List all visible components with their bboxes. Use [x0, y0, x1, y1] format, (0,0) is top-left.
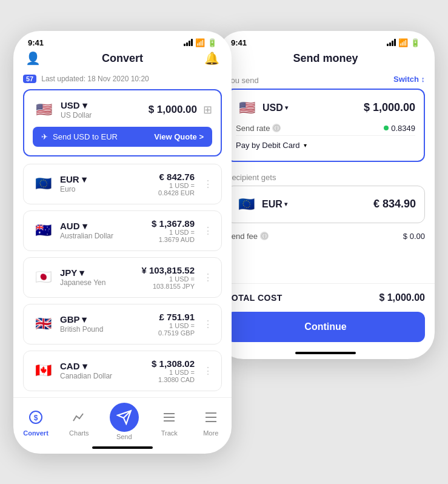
to-amount: € 834.90: [373, 198, 416, 210]
charts-icon: [72, 410, 86, 425]
eur-info: 🇪🇺 EUR ▾ Euro: [32, 173, 87, 195]
send-rate-row: Send rate ⓘ 0.8349: [236, 119, 415, 135]
charts-icon-wrap: [68, 406, 90, 428]
notification-icon[interactable]: 🔔: [204, 51, 219, 66]
gbp-amount: £ 751.91: [158, 312, 195, 322]
list-item[interactable]: 🇪🇺 EUR ▾ Euro € 842.76 1 USD =0.8428 EUR…: [23, 164, 222, 204]
svg-text:$: $: [34, 414, 38, 422]
jpy-amount: ¥ 103,815.52: [141, 265, 195, 275]
jpy-name-block: JPY ▾ Japanese Yen: [60, 267, 105, 287]
gbp-full-name: British Pound: [60, 325, 103, 334]
send-from-card: 🇺🇸 USD ▾ $ 1,000.00 Send rate ⓘ 0.83: [226, 89, 425, 162]
aud-dots-icon[interactable]: ⋮: [203, 225, 213, 237]
usd-chevron: ▾: [285, 104, 288, 111]
right-phone: 9:41 📶 🔋 Send money You send Switch ↕: [216, 31, 435, 359]
eur-rate: 1 USD =0.8428 EUR: [158, 182, 195, 197]
wifi-icon-right: 📶: [398, 38, 408, 47]
battery-icon: 🔋: [207, 38, 217, 47]
tab-more[interactable]: More: [200, 406, 222, 437]
eur-chevron: ▾: [284, 201, 287, 207]
aud-code[interactable]: AUD ▾: [60, 221, 113, 232]
eur-amount-block: € 842.76 1 USD =0.8428 EUR: [158, 172, 195, 197]
nav-bar-left: 👤 Convert 🔔: [13, 50, 232, 70]
signal-icon: [184, 39, 193, 46]
cad-right: $ 1,308.02 1 USD =1.3080 CAD ⋮: [152, 358, 213, 383]
left-phone: 9:41 📶 🔋 👤 Convert 🔔 57: [13, 31, 232, 454]
send-fee-value: $ 0.00: [403, 232, 425, 241]
tab-convert[interactable]: $ Convert: [23, 406, 48, 437]
status-time-left: 9:41: [28, 38, 44, 47]
send-plane-icon: ✈: [41, 132, 48, 141]
send-rate-label: Send rate ⓘ: [236, 124, 281, 133]
eur-dots-icon[interactable]: ⋮: [203, 178, 213, 190]
base-currency-code[interactable]: USD ▾: [61, 100, 92, 111]
green-dot-icon: [384, 126, 389, 130]
page-title-right: Send money: [293, 52, 358, 65]
cad-amount-block: $ 1,308.02 1 USD =1.3080 CAD: [152, 358, 195, 383]
send-rate-info-icon[interactable]: ⓘ: [272, 124, 281, 132]
eur-right: € 842.76 1 USD =0.8428 EUR ⋮: [158, 172, 213, 197]
aud-rate: 1 USD =1.3679 AUD: [152, 229, 195, 243]
tab-charts[interactable]: Charts: [68, 406, 90, 437]
switch-button[interactable]: Switch ↕: [393, 75, 425, 84]
list-item[interactable]: 🇨🇦 CAD ▾ Canadian Dollar $ 1,308.02 1 US…: [23, 351, 222, 391]
aud-amount: $ 1,367.89: [152, 218, 195, 229]
total-cost-label: TOTAL COST: [226, 293, 283, 303]
to-currency-row: 🇪🇺 EUR ▾ € 834.90: [235, 193, 416, 215]
from-currency-code[interactable]: USD ▾: [262, 103, 288, 113]
cad-rate: 1 USD =1.3080 CAD: [152, 369, 195, 383]
list-item[interactable]: 🇬🇧 GBP ▾ British Pound £ 751.91 1 USD =0…: [23, 304, 222, 345]
pay-method-chevron: ▾: [304, 142, 307, 149]
tab-charts-label: Charts: [69, 429, 89, 437]
status-icons-right: 📶 🔋: [387, 38, 420, 47]
cad-dots-icon[interactable]: ⋮: [203, 365, 213, 377]
cad-amount: $ 1,308.02: [152, 358, 195, 369]
signal-icon-right: [387, 39, 396, 46]
jpy-code[interactable]: JPY ▾: [60, 267, 105, 278]
page-title-left: Convert: [102, 52, 143, 65]
more-icon: [204, 410, 218, 425]
gbp-dots-icon[interactable]: ⋮: [203, 318, 213, 330]
to-currency-code[interactable]: EUR ▾: [262, 199, 287, 210]
status-bar-right: 9:41 📶 🔋: [216, 31, 435, 50]
send-fee-row: Send fee ⓘ $ 0.00: [226, 228, 425, 244]
gbp-code[interactable]: GBP ▾: [60, 314, 103, 325]
jpy-full-name: Japanese Yen: [60, 278, 105, 287]
wifi-icon: 📶: [195, 38, 205, 47]
last-updated-bar: 57 Last updated: 18 Nov 2020 10:20: [23, 70, 222, 89]
update-badge: 57: [23, 75, 36, 83]
send-fee-info-icon[interactable]: ⓘ: [260, 232, 269, 240]
jpy-rate: 1 USD =103.8155 JPY: [141, 275, 195, 290]
status-icons-left: 📶 🔋: [184, 38, 217, 47]
aud-amount-block: $ 1,367.89 1 USD =1.3679 AUD: [152, 218, 195, 243]
track-icon-wrap: [158, 406, 180, 428]
tab-track[interactable]: Track: [158, 406, 180, 437]
gbp-flag: 🇬🇧: [32, 313, 54, 335]
content-right: You send Switch ↕ 🇺🇸 USD ▾ $ 1,000.00 Se: [216, 70, 435, 244]
list-item[interactable]: 🇦🇺 AUD ▾ Australian Dollar $ 1,367.89 1 …: [23, 210, 222, 251]
send-usd-to-eur-button[interactable]: ✈ Send USD to EUR View Quote >: [33, 127, 212, 147]
send-rate-value: 0.8349: [384, 124, 415, 133]
eur-code[interactable]: EUR ▾: [60, 174, 87, 185]
jpy-amount-block: ¥ 103,815.52 1 USD =103.8155 JPY: [141, 265, 195, 290]
cad-code[interactable]: CAD ▾: [60, 361, 112, 372]
aud-flag: 🇦🇺: [32, 220, 54, 241]
base-currency-row: 🇺🇸 USD ▾ US Dollar $ 1,000.00 ⊞: [33, 99, 212, 121]
pay-method-row[interactable]: Pay by Debit Card ▾: [236, 135, 415, 153]
convert-icon-wrap: $: [25, 406, 47, 428]
tab-send[interactable]: Send: [110, 403, 139, 440]
eur-flag: 🇪🇺: [32, 173, 54, 195]
currency-list: 🇪🇺 EUR ▾ Euro € 842.76 1 USD =0.8428 EUR…: [23, 164, 222, 391]
aud-info: 🇦🇺 AUD ▾ Australian Dollar: [32, 220, 113, 241]
tab-send-label: Send: [116, 433, 132, 440]
base-currency-name-block: USD ▾ US Dollar: [61, 100, 92, 119]
status-time-right: 9:41: [231, 38, 247, 47]
profile-icon[interactable]: 👤: [25, 51, 41, 66]
base-currency-card[interactable]: 🇺🇸 USD ▾ US Dollar $ 1,000.00 ⊞: [23, 89, 222, 156]
gbp-info: 🇬🇧 GBP ▾ British Pound: [32, 313, 103, 335]
list-item[interactable]: 🇯🇵 JPY ▾ Japanese Yen ¥ 103,815.52 1 USD…: [23, 257, 222, 298]
view-quote-text[interactable]: View Quote >: [154, 132, 204, 141]
calculator-icon[interactable]: ⊞: [203, 103, 212, 116]
jpy-dots-icon[interactable]: ⋮: [203, 272, 213, 283]
continue-button[interactable]: Continue: [226, 312, 425, 342]
